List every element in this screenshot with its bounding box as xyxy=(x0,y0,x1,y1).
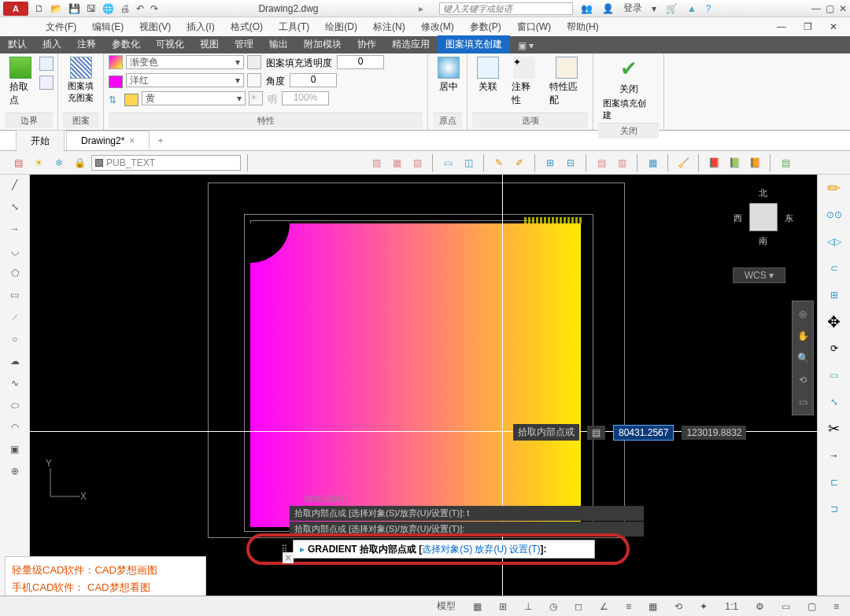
pan-icon[interactable]: ✋ xyxy=(795,328,811,344)
minimize-icon[interactable]: — xyxy=(811,3,821,14)
monitor-icon[interactable]: ▭ xyxy=(777,599,795,614)
redo-icon[interactable]: ↷ xyxy=(150,3,158,14)
block-icon[interactable]: ▣ xyxy=(6,442,24,456)
snap-icon[interactable]: ⊞ xyxy=(494,599,512,614)
arc-icon[interactable]: ◡ xyxy=(6,244,24,258)
menu-modify[interactable]: 修改(M) xyxy=(415,19,460,35)
color1-swatch[interactable] xyxy=(109,76,123,88)
rtab-default[interactable]: 默认 xyxy=(0,35,35,53)
rtab-output[interactable]: 输出 xyxy=(261,35,296,53)
break-icon[interactable]: ⊏ xyxy=(823,472,845,492)
doc-restore-icon[interactable]: ❐ xyxy=(797,20,819,34)
open-icon[interactable]: 📂 xyxy=(50,3,62,14)
ws-icon[interactable]: ⚙ xyxy=(751,599,769,614)
pick-points-button[interactable]: 拾取点 xyxy=(5,55,36,109)
rect-icon[interactable]: ▭ xyxy=(6,288,24,302)
rtab-annotate[interactable]: 注释 xyxy=(69,35,104,53)
tb-ico-6[interactable]: ✎ xyxy=(490,154,508,172)
tb-ico-10[interactable]: ▤ xyxy=(593,154,610,172)
ray-icon[interactable]: → xyxy=(6,222,24,236)
undo-icon[interactable]: ↶ xyxy=(136,3,144,14)
layer-lock-icon[interactable]: 🔒 xyxy=(71,154,88,172)
layer-props-icon[interactable]: ▤ xyxy=(9,154,27,172)
tab-add-icon[interactable]: + xyxy=(151,132,169,149)
zoom-icon[interactable]: 🔍 xyxy=(795,350,811,366)
tb-ico-4[interactable]: ▭ xyxy=(439,154,456,172)
lweight-icon[interactable]: ≡ xyxy=(621,599,636,614)
community-icon[interactable]: 👥 xyxy=(581,3,593,14)
clean-icon[interactable]: ▢ xyxy=(803,599,821,614)
cycling-icon[interactable]: ⟲ xyxy=(670,599,687,614)
orbit-icon[interactable]: ⟲ xyxy=(795,372,811,388)
mirror-icon[interactable]: ◁▷ xyxy=(823,231,845,252)
color2-dropdown[interactable]: 黄 xyxy=(142,91,246,105)
tb-ico-9[interactable]: ⊟ xyxy=(562,154,579,172)
trans-icon[interactable]: ▦ xyxy=(644,599,662,614)
command-input[interactable]: ▸ GRADIENT 拾取内部点或 [ 选择对象(S) 放弃(U) 设置(T) … xyxy=(293,540,595,559)
transparency-value[interactable]: 0 xyxy=(337,55,384,69)
tb-ico-13[interactable]: 📕 xyxy=(705,154,722,172)
annot-button[interactable]: ✦注释性 xyxy=(507,55,541,109)
offset-icon[interactable]: ⊂ xyxy=(823,258,845,278)
tb-ico-8[interactable]: ⊞ xyxy=(541,154,559,172)
tb-ico-7[interactable]: ✐ xyxy=(511,154,528,172)
layer-sun-icon[interactable]: ☀ xyxy=(30,154,47,172)
tb-ico-1[interactable]: ▨ xyxy=(368,154,385,172)
bright-icon[interactable]: ☀ xyxy=(249,91,263,105)
tb-ico-16[interactable]: ▤ xyxy=(777,154,794,172)
scale-status-icon[interactable]: 1:1 xyxy=(720,599,743,614)
array-icon[interactable]: ⊞ xyxy=(823,285,845,305)
menu-draw[interactable]: 绘图(D) xyxy=(319,19,364,35)
layer-combo[interactable]: PUB_TEXT xyxy=(91,155,241,171)
insert-icon[interactable]: ⊕ xyxy=(6,464,24,478)
grid-icon[interactable]: ▦ xyxy=(468,599,486,614)
polygon-icon[interactable]: ⬠ xyxy=(6,266,24,280)
circle-icon[interactable]: ○ xyxy=(6,332,24,346)
viewcube[interactable]: 北 南 东 西 xyxy=(732,186,795,249)
scale-icon[interactable]: ▭ xyxy=(823,365,845,385)
app-icon[interactable]: ▲ xyxy=(687,3,697,14)
help-icon[interactable]: ? xyxy=(706,3,711,14)
wheel-icon[interactable]: ◎ xyxy=(795,306,811,322)
menu-help[interactable]: 帮助(H) xyxy=(560,19,605,35)
ellipse-arc-icon[interactable]: ◠ xyxy=(6,420,24,434)
cursor-menu-icon[interactable]: ▤ xyxy=(587,426,605,440)
anno-icon[interactable]: ✦ xyxy=(695,599,712,614)
tb-ico-5[interactable]: ◫ xyxy=(460,154,477,172)
transparency-icon[interactable] xyxy=(247,55,261,69)
extend-icon[interactable]: → xyxy=(823,445,845,466)
menu-view[interactable]: 视图(V) xyxy=(133,19,177,35)
menu-tools[interactable]: 工具(T) xyxy=(272,19,316,35)
doc-close-icon[interactable]: ✕ xyxy=(823,20,844,34)
search-input[interactable] xyxy=(439,2,573,15)
menu-edit[interactable]: 编辑(E) xyxy=(86,19,130,35)
doc-min-icon[interactable]: — xyxy=(771,20,793,34)
hatch-type-dropdown[interactable]: 渐变色 xyxy=(126,55,244,69)
panel-options-label[interactable]: 选项 xyxy=(472,113,588,128)
color2-swatch[interactable] xyxy=(124,94,139,106)
rtab-addins[interactable]: 附加模块 xyxy=(296,35,349,53)
showmotion-icon[interactable]: ▭ xyxy=(795,394,811,410)
tab-drawing[interactable]: Drawing2*× xyxy=(66,131,150,150)
tb-ico-12[interactable]: ▦ xyxy=(644,154,661,172)
cloud-icon[interactable]: ☁ xyxy=(6,354,24,368)
plot-icon[interactable]: 🖨 xyxy=(120,3,130,14)
rtab-insert[interactable]: 插入 xyxy=(35,35,69,53)
assoc-button[interactable]: 关联 xyxy=(472,55,504,95)
panel-properties-label[interactable]: 特性 xyxy=(109,113,423,128)
tab-close-icon[interactable]: × xyxy=(129,135,135,146)
menu-format[interactable]: 格式(O) xyxy=(224,19,269,35)
angle-value[interactable]: 0 xyxy=(290,73,337,87)
model-button[interactable]: 模型 xyxy=(432,598,460,614)
menu-insert[interactable]: 插入(I) xyxy=(180,19,220,35)
close-hatch-button[interactable]: ✔ 关闭 图案填充创建 xyxy=(598,55,659,123)
app-logo[interactable]: A xyxy=(3,2,28,16)
saveas-icon[interactable]: 🖫 xyxy=(87,3,96,14)
pline-icon[interactable]: ⤡ xyxy=(6,200,24,214)
color1-dropdown[interactable]: 洋红 xyxy=(126,73,244,87)
rtab-view[interactable]: 视图 xyxy=(192,35,227,53)
tb-ico-15[interactable]: 📙 xyxy=(746,154,763,172)
login-link[interactable]: 登录 xyxy=(623,2,642,15)
maximize-icon[interactable]: ▢ xyxy=(826,3,834,14)
ribbon-expand-icon[interactable]: ▣ ▾ xyxy=(510,38,541,53)
